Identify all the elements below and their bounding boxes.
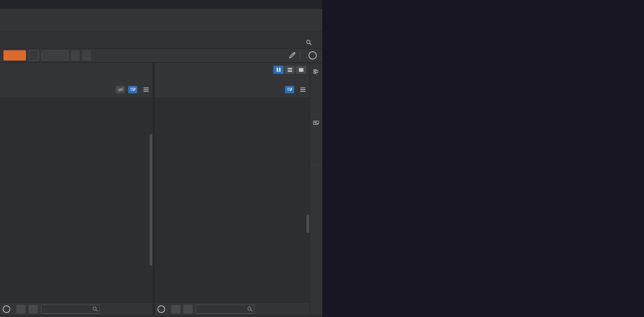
repeater-tab-strip [0, 31, 322, 49]
search-icon [92, 306, 98, 312]
columns-layout-button[interactable] [273, 66, 284, 74]
repeater-toolbar [0, 49, 322, 63]
editor-menu-icon[interactable] [143, 88, 149, 92]
send-settings-button[interactable] [29, 50, 39, 61]
inspector-incognito-icon [313, 68, 319, 75]
response-search-input[interactable] [196, 305, 255, 314]
search-next-button[interactable] [183, 305, 193, 314]
main-tab-bar [0, 9, 322, 21]
response-editor[interactable] [155, 97, 310, 303]
inspector-tab[interactable] [310, 63, 322, 114]
request-editor[interactable] [0, 97, 153, 303]
request-editor-icons [116, 86, 150, 93]
side-rail [310, 63, 322, 315]
response-panel [155, 63, 310, 315]
response-header [155, 63, 310, 82]
repeater-strip-controls [306, 39, 322, 48]
response-search-field [196, 305, 255, 314]
edit-target-pencil-icon[interactable] [288, 52, 296, 59]
window-bottom-edge [0, 315, 322, 317]
rows-layout-button[interactable] [285, 66, 295, 74]
notes-icon [313, 120, 319, 126]
cancel-button[interactable] [42, 50, 68, 61]
response-search-bar [155, 303, 310, 315]
burp-window [0, 0, 322, 317]
response-scrollbar[interactable] [306, 214, 309, 233]
request-scrollbar[interactable] [150, 134, 152, 266]
request-search-bar [0, 303, 153, 315]
eye-slash-icon [118, 87, 124, 92]
search-icon [247, 306, 253, 312]
send-button[interactable] [3, 50, 26, 61]
toolbar-divider [300, 51, 300, 60]
search-prev-button[interactable] [16, 305, 26, 314]
request-search-input[interactable] [41, 305, 100, 314]
response-editor-icons [285, 86, 307, 93]
word-wrap-icon [287, 87, 292, 92]
notes-tab[interactable] [310, 114, 322, 166]
secondary-tab-bar [0, 21, 322, 31]
screen [0, 0, 644, 317]
response-view-tabs [155, 82, 310, 97]
history-back-button[interactable] [71, 50, 80, 61]
history-forward-button[interactable] [82, 50, 91, 61]
search-prev-button[interactable] [171, 305, 180, 314]
request-search-field [41, 305, 100, 314]
search-help-icon[interactable] [157, 305, 165, 313]
terminal[interactable] [322, 0, 644, 317]
single-layout-button[interactable] [296, 66, 306, 74]
show-nonprintable-button[interactable] [116, 86, 125, 93]
word-wrap-icon [130, 87, 136, 92]
editor-panels [0, 63, 322, 315]
layout-buttons [273, 66, 306, 74]
menu-bar [0, 0, 322, 9]
word-wrap-button[interactable] [285, 86, 294, 93]
word-wrap-button[interactable] [128, 86, 137, 93]
target-cluster [284, 51, 319, 60]
request-panel [0, 63, 153, 315]
help-icon[interactable] [309, 51, 317, 60]
request-header [0, 63, 153, 82]
editor-menu-icon[interactable] [300, 88, 305, 92]
search-help-icon[interactable] [3, 305, 10, 313]
search-icon[interactable] [306, 39, 312, 45]
search-next-button[interactable] [29, 305, 38, 314]
request-view-tabs [0, 82, 153, 97]
